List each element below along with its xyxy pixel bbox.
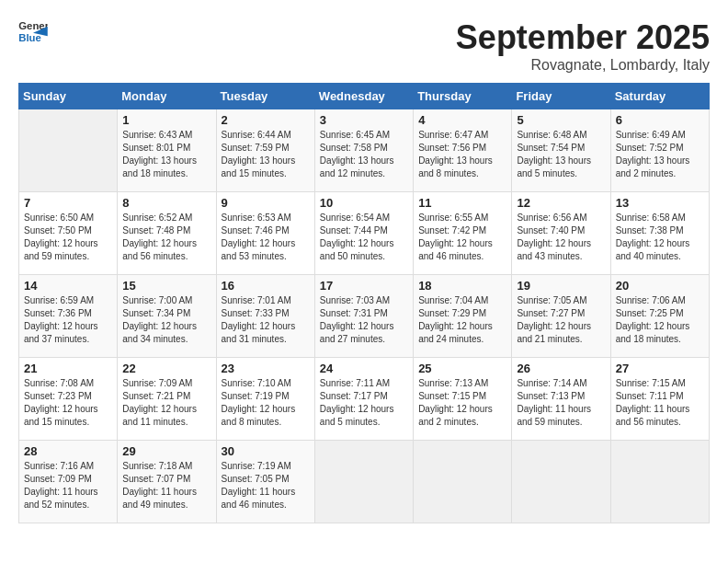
day-detail: Sunrise: 6:55 AM Sunset: 7:42 PM Dayligh…	[418, 212, 506, 263]
month-year-title: September 2025	[456, 18, 710, 57]
calendar-header-cell: Wednesday	[314, 84, 413, 109]
calendar-header-cell: Tuesday	[216, 84, 314, 109]
day-number: 10	[320, 196, 408, 210]
calendar-cell: 13Sunrise: 6:58 AM Sunset: 7:38 PM Dayli…	[610, 192, 709, 275]
day-detail: Sunrise: 6:50 AM Sunset: 7:50 PM Dayligh…	[24, 212, 112, 263]
day-detail: Sunrise: 7:09 AM Sunset: 7:21 PM Dayligh…	[122, 377, 210, 429]
day-detail: Sunrise: 6:59 AM Sunset: 7:36 PM Dayligh…	[24, 294, 112, 346]
day-detail: Sunrise: 6:56 AM Sunset: 7:40 PM Dayligh…	[517, 212, 605, 263]
calendar-cell: 6Sunrise: 6:49 AM Sunset: 7:52 PM Daylig…	[610, 109, 709, 192]
day-detail: Sunrise: 7:10 AM Sunset: 7:19 PM Dayligh…	[222, 377, 310, 429]
calendar-cell: 17Sunrise: 7:03 AM Sunset: 7:31 PM Dayli…	[314, 275, 413, 358]
day-detail: Sunrise: 7:15 AM Sunset: 7:11 PM Dayligh…	[616, 377, 704, 429]
calendar-header-cell: Monday	[118, 84, 216, 109]
day-number: 16	[222, 279, 310, 293]
calendar-week-row: 1Sunrise: 6:43 AM Sunset: 8:01 PM Daylig…	[19, 109, 710, 192]
day-detail: Sunrise: 6:48 AM Sunset: 7:54 PM Dayligh…	[517, 129, 605, 180]
day-detail: Sunrise: 7:05 AM Sunset: 7:27 PM Dayligh…	[517, 294, 605, 346]
day-number: 20	[616, 279, 704, 293]
calendar-cell: 8Sunrise: 6:52 AM Sunset: 7:48 PM Daylig…	[118, 192, 216, 275]
calendar-cell: 12Sunrise: 6:56 AM Sunset: 7:40 PM Dayli…	[512, 192, 610, 275]
calendar-header-row: SundayMondayTuesdayWednesdayThursdayFrid…	[19, 84, 710, 109]
day-number: 22	[122, 362, 210, 375]
svg-text:Blue: Blue	[18, 32, 41, 43]
day-number: 27	[616, 362, 704, 375]
day-detail: Sunrise: 7:14 AM Sunset: 7:13 PM Dayligh…	[517, 377, 605, 429]
day-detail: Sunrise: 7:19 AM Sunset: 7:05 PM Dayligh…	[222, 460, 310, 511]
calendar-cell: 10Sunrise: 6:54 AM Sunset: 7:44 PM Dayli…	[314, 192, 413, 275]
calendar-cell	[414, 441, 512, 523]
day-detail: Sunrise: 6:43 AM Sunset: 8:01 PM Dayligh…	[122, 129, 210, 180]
calendar-cell: 14Sunrise: 6:59 AM Sunset: 7:36 PM Dayli…	[19, 275, 118, 358]
day-number: 26	[517, 362, 605, 375]
day-detail: Sunrise: 6:44 AM Sunset: 7:59 PM Dayligh…	[222, 129, 310, 180]
day-number: 4	[418, 113, 506, 127]
day-number: 19	[517, 279, 605, 293]
calendar-cell: 26Sunrise: 7:14 AM Sunset: 7:13 PM Dayli…	[512, 358, 610, 441]
calendar-cell: 11Sunrise: 6:55 AM Sunset: 7:42 PM Dayli…	[414, 192, 512, 275]
day-detail: Sunrise: 7:00 AM Sunset: 7:34 PM Dayligh…	[122, 294, 210, 346]
calendar-cell: 30Sunrise: 7:19 AM Sunset: 7:05 PM Dayli…	[216, 441, 314, 523]
day-number: 28	[24, 444, 112, 458]
calendar-cell	[314, 441, 413, 523]
day-number: 12	[517, 196, 605, 210]
calendar-cell: 3Sunrise: 6:45 AM Sunset: 7:58 PM Daylig…	[314, 109, 413, 192]
calendar-header-cell: Friday	[512, 84, 610, 109]
calendar-cell: 9Sunrise: 6:53 AM Sunset: 7:46 PM Daylig…	[216, 192, 314, 275]
calendar-cell: 1Sunrise: 6:43 AM Sunset: 8:01 PM Daylig…	[118, 109, 216, 192]
day-number: 8	[122, 196, 210, 210]
calendar-cell: 22Sunrise: 7:09 AM Sunset: 7:21 PM Dayli…	[118, 358, 216, 441]
calendar-cell	[610, 441, 709, 523]
day-detail: Sunrise: 6:58 AM Sunset: 7:38 PM Dayligh…	[616, 212, 704, 263]
calendar-cell: 15Sunrise: 7:00 AM Sunset: 7:34 PM Dayli…	[118, 275, 216, 358]
calendar-cell: 16Sunrise: 7:01 AM Sunset: 7:33 PM Dayli…	[216, 275, 314, 358]
day-detail: Sunrise: 7:18 AM Sunset: 7:07 PM Dayligh…	[122, 460, 210, 511]
day-number: 7	[24, 196, 112, 210]
calendar-cell: 29Sunrise: 7:18 AM Sunset: 7:07 PM Dayli…	[118, 441, 216, 523]
day-number: 18	[418, 279, 506, 293]
day-detail: Sunrise: 6:45 AM Sunset: 7:58 PM Dayligh…	[320, 129, 408, 180]
day-number: 6	[616, 113, 704, 127]
calendar-week-row: 28Sunrise: 7:16 AM Sunset: 7:09 PM Dayli…	[19, 441, 710, 523]
calendar-week-row: 7Sunrise: 6:50 AM Sunset: 7:50 PM Daylig…	[19, 192, 710, 275]
day-number: 11	[418, 196, 506, 210]
day-detail: Sunrise: 6:53 AM Sunset: 7:46 PM Dayligh…	[222, 212, 310, 263]
day-detail: Sunrise: 7:13 AM Sunset: 7:15 PM Dayligh…	[418, 377, 506, 429]
day-detail: Sunrise: 6:49 AM Sunset: 7:52 PM Dayligh…	[616, 129, 704, 180]
day-detail: Sunrise: 6:52 AM Sunset: 7:48 PM Dayligh…	[122, 212, 210, 263]
calendar-header-cell: Sunday	[19, 84, 118, 109]
day-number: 15	[122, 279, 210, 293]
calendar-body: 1Sunrise: 6:43 AM Sunset: 8:01 PM Daylig…	[19, 109, 710, 523]
day-detail: Sunrise: 7:06 AM Sunset: 7:25 PM Dayligh…	[616, 294, 704, 346]
calendar-cell: 2Sunrise: 6:44 AM Sunset: 7:59 PM Daylig…	[216, 109, 314, 192]
calendar-header-cell: Saturday	[610, 84, 709, 109]
day-number: 17	[320, 279, 408, 293]
calendar-table: SundayMondayTuesdayWednesdayThursdayFrid…	[18, 83, 710, 523]
day-detail: Sunrise: 7:08 AM Sunset: 7:23 PM Dayligh…	[24, 377, 112, 429]
logo: General Blue	[18, 18, 48, 44]
day-number: 1	[122, 113, 210, 127]
calendar-cell	[19, 109, 118, 192]
day-detail: Sunrise: 7:04 AM Sunset: 7:29 PM Dayligh…	[418, 294, 506, 346]
day-detail: Sunrise: 6:54 AM Sunset: 7:44 PM Dayligh…	[320, 212, 408, 263]
calendar-cell: 4Sunrise: 6:47 AM Sunset: 7:56 PM Daylig…	[414, 109, 512, 192]
calendar-cell: 24Sunrise: 7:11 AM Sunset: 7:17 PM Dayli…	[314, 358, 413, 441]
day-number: 21	[24, 362, 112, 375]
day-number: 13	[616, 196, 704, 210]
day-number: 30	[222, 444, 310, 458]
day-detail: Sunrise: 7:16 AM Sunset: 7:09 PM Dayligh…	[24, 460, 112, 511]
calendar-cell: 7Sunrise: 6:50 AM Sunset: 7:50 PM Daylig…	[19, 192, 118, 275]
calendar-week-row: 14Sunrise: 6:59 AM Sunset: 7:36 PM Dayli…	[19, 275, 710, 358]
calendar-cell: 20Sunrise: 7:06 AM Sunset: 7:25 PM Dayli…	[610, 275, 709, 358]
calendar-cell: 18Sunrise: 7:04 AM Sunset: 7:29 PM Dayli…	[414, 275, 512, 358]
location-subtitle: Rovagnate, Lombardy, Italy	[456, 57, 710, 74]
calendar-cell	[512, 441, 610, 523]
calendar-cell: 19Sunrise: 7:05 AM Sunset: 7:27 PM Dayli…	[512, 275, 610, 358]
calendar-cell: 25Sunrise: 7:13 AM Sunset: 7:15 PM Dayli…	[414, 358, 512, 441]
day-number: 25	[418, 362, 506, 375]
calendar-cell: 21Sunrise: 7:08 AM Sunset: 7:23 PM Dayli…	[19, 358, 118, 441]
day-detail: Sunrise: 7:03 AM Sunset: 7:31 PM Dayligh…	[320, 294, 408, 346]
day-number: 9	[222, 196, 310, 210]
logo-icon: General Blue	[18, 18, 48, 44]
day-number: 3	[320, 113, 408, 127]
